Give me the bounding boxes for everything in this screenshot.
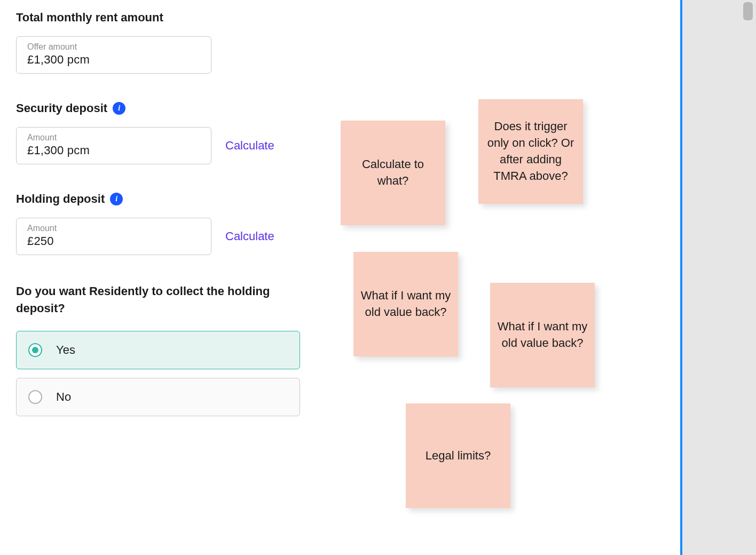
rent-field-group: Total monthly rent amount Offer amount £… [16,11,315,74]
security-deposit-input[interactable]: Amount £1,300 pcm [16,127,211,164]
radio-option-no[interactable]: No [16,378,300,416]
holding-deposit-heading: Holding deposit i [16,192,315,206]
security-deposit-group: Security deposit i Amount £1,300 pcm Cal… [16,101,315,164]
holding-deposit-input[interactable]: Amount £250 [16,218,211,255]
radio-option-no-label: No [56,390,71,404]
radio-indicator-icon [28,343,42,357]
holding-deposit-value: £250 [27,234,200,248]
collect-question-group: Do you want Residently to collect the ho… [16,283,315,416]
sticky-note[interactable]: Legal limits? [406,403,510,508]
sticky-note[interactable]: What if I want my old value back? [353,252,458,356]
sticky-note[interactable]: What if I want my old value back? [490,283,595,387]
security-deposit-value: £1,300 pcm [27,144,200,157]
rent-amount-value: £1,300 pcm [27,53,200,67]
design-canvas: Total monthly rent amount Offer amount £… [0,0,756,555]
sticky-note[interactable]: Calculate to what? [341,121,445,225]
calculate-security-button[interactable]: Calculate [225,139,274,153]
radio-option-yes[interactable]: Yes [16,331,300,369]
rent-amount-label: Offer amount [27,42,200,52]
sticky-note[interactable]: Does it trigger only on click? Or after … [478,99,583,204]
right-panel [682,0,756,555]
radio-option-yes-label: Yes [56,343,75,357]
holding-deposit-label: Amount [27,224,200,233]
calculate-holding-button[interactable]: Calculate [225,229,274,243]
holding-deposit-group: Holding deposit i Amount £250 Calculate [16,192,315,255]
collect-question-text: Do you want Residently to collect the ho… [16,283,315,317]
holding-deposit-heading-text: Holding deposit [16,192,105,206]
security-deposit-label: Amount [27,133,200,142]
rent-heading: Total monthly rent amount [16,11,315,25]
info-icon[interactable]: i [110,193,123,205]
security-deposit-heading-text: Security deposit [16,101,107,115]
rent-amount-input[interactable]: Offer amount £1,300 pcm [16,36,211,74]
info-icon[interactable]: i [113,102,125,115]
security-deposit-heading: Security deposit i [16,101,315,115]
radio-indicator-icon [28,390,42,404]
scrollbar-thumb[interactable] [743,2,753,20]
form-area: Total monthly rent amount Offer amount £… [16,11,315,444]
